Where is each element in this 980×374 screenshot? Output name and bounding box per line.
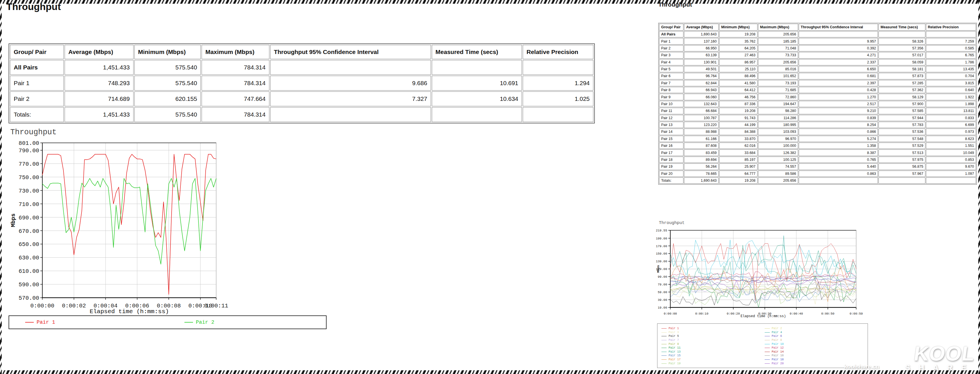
column-header: Group/ Pair	[10, 45, 64, 59]
cell-value: 2.517	[799, 101, 878, 107]
left-chart: 801.00790.00770.00750.00730.00710.00690.…	[2, 138, 331, 316]
svg-text:19.00: 19.00	[658, 306, 667, 309]
table-row: Pair 1956.26425.90774.5575.44056.8759.67…	[659, 163, 976, 170]
cell-value: 5.274	[799, 136, 878, 142]
cell-value: 66.060	[684, 94, 719, 100]
cell-value: 88.988	[684, 128, 719, 135]
cell-value: 88.496	[719, 73, 757, 79]
cell-value: 1.097	[926, 171, 976, 177]
cell-value: 100.000	[758, 143, 798, 149]
cell-value: 35.762	[719, 38, 757, 44]
cell-value: 0.428	[799, 87, 878, 93]
cell-value: 185.185	[758, 38, 798, 44]
column-header: Relative Precision	[523, 45, 593, 59]
cell-value: 58.326	[878, 38, 925, 44]
table-row: Pair 10132.64387.336194.6472.51757.9001.…	[659, 101, 976, 107]
cell-value: 100.787	[684, 115, 719, 121]
report-page: Throughput Group/ PairAverage (Mbps)Mini…	[0, 0, 980, 374]
cell-value: 1.922	[926, 94, 976, 100]
cell-value: 575.540	[134, 60, 201, 75]
legend-label: Pair 12	[772, 346, 784, 350]
cell-value: 61.166	[684, 136, 719, 142]
cell-value: 57.356	[878, 45, 925, 51]
cell-value: 62.844	[684, 80, 719, 86]
legend-label: Pair 7	[668, 338, 679, 342]
cell-value: 6.765	[926, 52, 976, 58]
table-row: Pair 1687.60862.016100.0001.35857.5291.5…	[659, 143, 976, 149]
row-label: Pair 16	[659, 143, 684, 149]
cell-value: 96.970	[758, 136, 798, 142]
cell-value: 71.685	[758, 87, 798, 93]
legend-label: Pair 6	[772, 334, 782, 338]
table-row: Pair 13123.22044.199180.9958.25457.7836.…	[659, 122, 976, 128]
legend-label: Pair 2	[772, 326, 782, 330]
legend-item: Pair 12	[765, 346, 868, 350]
svg-text:Mbps: Mbps	[10, 214, 17, 227]
cell-value: 71.048	[758, 45, 798, 51]
legend-line-swatch	[662, 363, 667, 364]
cell-value: 57.548	[878, 136, 925, 142]
legend-label: Pair 20	[772, 362, 784, 365]
cell-value: 57.529	[878, 143, 925, 149]
svg-text:79.00: 79.00	[658, 283, 667, 286]
cell-value: 2.397	[799, 80, 878, 86]
legend-item: Pair 7	[662, 338, 765, 342]
legend-label: Pair 4	[772, 331, 782, 334]
table-row: Pair 762.84441.58073.1932.39757.2853.815	[659, 80, 976, 86]
legend-line-swatch	[662, 344, 667, 344]
legend-item: Pair 13	[662, 350, 765, 354]
cell-value: 58.129	[878, 94, 925, 100]
table-row: Totals:1,451.433575.540784.314	[10, 107, 593, 122]
table-row: Pair 1166.68419.20898.2809.21057.58513.8…	[659, 108, 976, 114]
legend-label: Pair 2	[196, 319, 215, 325]
cell-value: 57.967	[878, 171, 925, 177]
cell-value	[270, 107, 431, 122]
legend-line-swatch	[765, 348, 770, 348]
legend-item: Pair 9	[662, 342, 765, 346]
cell-value: 205.656	[758, 59, 798, 65]
cell-value: 8.254	[799, 122, 878, 128]
legend-item: Pair 2	[765, 326, 868, 331]
cell-value: 64.412	[719, 87, 757, 93]
cell-value: 46.756	[719, 94, 757, 100]
svg-text:159.00: 159.00	[656, 252, 667, 255]
cell-value: 0.681	[799, 73, 878, 79]
cell-value: 56.875	[878, 163, 925, 170]
cell-value: 87.336	[719, 101, 757, 107]
row-label: Pair 8	[659, 87, 684, 93]
cell-value: 57.513	[878, 149, 925, 156]
column-header: Throughput 95% Confidence Interval	[799, 24, 878, 30]
cell-value: 0.839	[799, 115, 878, 121]
cell-value	[799, 31, 878, 37]
cell-value: 58.059	[878, 59, 925, 65]
watermark: KOOL SHARE	[905, 344, 975, 372]
cell-value: 575.540	[134, 76, 201, 90]
table-row: Pair 2078.66564.77789.5860.86357.9671.09…	[659, 171, 976, 177]
table-row: Pair 1748.293575.540784.3149.68610.6911.…	[10, 76, 593, 90]
row-label: All Pairs	[659, 31, 684, 37]
cell-value: 194.647	[758, 101, 798, 107]
cell-value: 1.898	[926, 101, 976, 107]
cell-value: 4.271	[799, 52, 878, 58]
cell-value: 132.643	[684, 101, 719, 107]
svg-text:0:00:50: 0:00:50	[821, 312, 834, 315]
cell-value: 19.208	[719, 108, 757, 114]
cell-value: 714.689	[65, 92, 134, 106]
legend-line-swatch	[662, 355, 667, 356]
column-header: Minimum (Mbps)	[134, 45, 201, 59]
svg-text:0:00:00: 0:00:00	[664, 312, 677, 315]
row-label: Pair 13	[659, 122, 684, 128]
column-header: Relative Precision	[926, 24, 976, 30]
left-chart-svg: 801.00790.00770.00750.00730.00710.00690.…	[2, 138, 331, 315]
column-header: Average (Mbps)	[65, 45, 134, 59]
svg-text:730.00: 730.00	[19, 188, 39, 194]
cell-value: 9.670	[926, 163, 976, 170]
cell-value: 66.950	[684, 45, 719, 51]
legend-item: Pair 10	[765, 342, 868, 346]
report-table: Group/ PairAverage (Mbps)Minimum (Mbps)M…	[9, 43, 595, 124]
column-header: Minimum (Mbps)	[719, 24, 757, 30]
row-label: Pair 1	[10, 76, 64, 90]
cell-value: 747.664	[202, 92, 269, 106]
legend-line-swatch	[662, 348, 667, 348]
row-label: Pair 3	[659, 52, 684, 58]
